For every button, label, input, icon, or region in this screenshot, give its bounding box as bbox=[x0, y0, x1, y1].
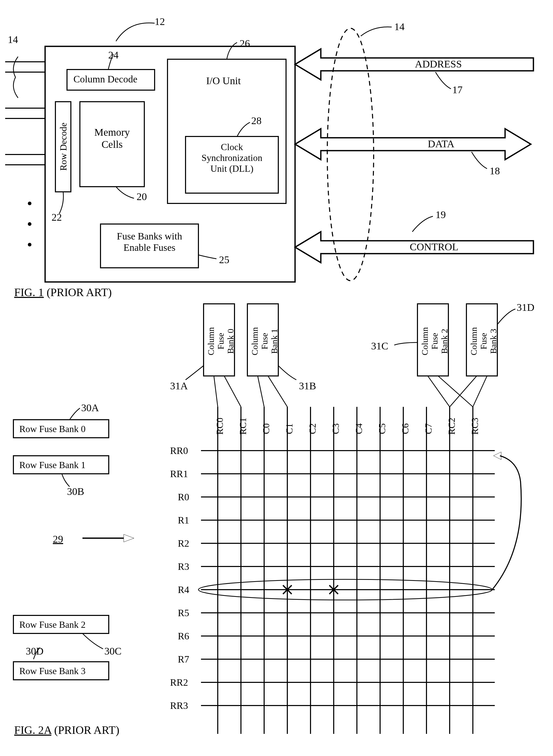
col-label-RC0: RC0 bbox=[214, 412, 225, 440]
col-label-C2: C2 bbox=[307, 417, 318, 440]
ref-29: 29 bbox=[53, 533, 63, 545]
col-label-C0: C0 bbox=[261, 417, 271, 440]
ref-25: 25 bbox=[219, 254, 229, 266]
ref-12: 12 bbox=[155, 15, 165, 27]
svg-point-16 bbox=[327, 28, 374, 281]
svg-point-7 bbox=[28, 202, 31, 205]
ref-26: 26 bbox=[240, 37, 250, 50]
fig2a-title-underline: FIG. 2A bbox=[14, 724, 51, 736]
col-label-C3: C3 bbox=[330, 417, 341, 440]
svg-line-31 bbox=[428, 376, 450, 407]
ref-30B: 30B bbox=[67, 485, 84, 497]
ref-31C: 31C bbox=[371, 340, 388, 352]
svg-line-27 bbox=[214, 376, 218, 407]
col-label-RC2: RC2 bbox=[446, 412, 457, 440]
col-label-C1: C1 bbox=[284, 417, 295, 440]
ref-28: 28 bbox=[251, 115, 261, 127]
row-label-RR1: RR1 bbox=[170, 468, 188, 479]
row-label-RR0: RR0 bbox=[170, 445, 188, 456]
svg-point-9 bbox=[28, 243, 31, 247]
ref-14-left: 14 bbox=[8, 33, 18, 45]
svg-point-8 bbox=[28, 222, 31, 226]
col-label-RC3: RC3 bbox=[470, 412, 480, 440]
memory-cells-label: Memory Cells bbox=[90, 126, 134, 151]
svg-marker-26 bbox=[124, 534, 134, 542]
row-label-R3: R3 bbox=[178, 561, 189, 572]
address-label: ADDRESS bbox=[415, 58, 462, 70]
row-label-R7: R7 bbox=[178, 654, 189, 665]
ref-30C: 30C bbox=[104, 645, 122, 657]
ref-31D: 31D bbox=[517, 301, 535, 313]
col-fuse-bank-0: Column Fuse Bank 0 bbox=[206, 308, 232, 375]
row-fuse-bank-3: Row Fuse Bank 3 bbox=[19, 666, 86, 676]
ref-14-right: 14 bbox=[394, 21, 405, 33]
ref-31A: 31A bbox=[170, 380, 188, 392]
ref-22: 22 bbox=[52, 211, 62, 223]
col-label-C4: C4 bbox=[353, 417, 365, 440]
row-fuse-bank-2: Row Fuse Bank 2 bbox=[19, 619, 86, 630]
ref-24: 24 bbox=[108, 49, 118, 61]
fig2a-title-rest: (PRIOR ART) bbox=[51, 724, 119, 736]
ref-17: 17 bbox=[452, 84, 463, 96]
ref-31B: 31B bbox=[299, 380, 316, 392]
col-label-C6: C6 bbox=[400, 417, 411, 440]
ref-19: 19 bbox=[436, 209, 446, 221]
col-fuse-bank-1: Column Fuse Bank 1 bbox=[250, 308, 276, 375]
svg-line-34 bbox=[473, 376, 487, 407]
row-decode-label: Row Decode bbox=[58, 108, 69, 185]
col-label-C7: C7 bbox=[423, 417, 434, 440]
ref-18: 18 bbox=[490, 165, 500, 177]
row-label-R5: R5 bbox=[178, 607, 189, 619]
row-label-RR3: RR3 bbox=[170, 700, 188, 711]
io-unit-label: I/O Unit bbox=[206, 75, 241, 87]
ref-30D: 30D bbox=[26, 645, 44, 657]
row-label-R0: R0 bbox=[178, 491, 189, 503]
col-label-RC1: RC1 bbox=[238, 412, 248, 440]
column-decode-label: Column Decode bbox=[73, 73, 137, 85]
row-label-R4: R4 bbox=[178, 584, 189, 595]
col-label-C5: C5 bbox=[377, 417, 388, 440]
control-label: CONTROL bbox=[410, 241, 458, 253]
data-label: DATA bbox=[428, 138, 454, 150]
row-label-R6: R6 bbox=[178, 630, 189, 642]
fuse-banks-label: Fuse Banks with Enable Fuses bbox=[108, 230, 191, 253]
svg-line-33 bbox=[450, 376, 477, 407]
svg-line-30 bbox=[268, 376, 287, 407]
row-label-RR2: RR2 bbox=[170, 677, 188, 688]
row-fuse-bank-0: Row Fuse Bank 0 bbox=[19, 423, 86, 435]
ref-20: 20 bbox=[137, 191, 147, 203]
ref-30A: 30A bbox=[81, 402, 99, 414]
col-fuse-bank-3: Column Fuse Bank 3 bbox=[469, 308, 495, 375]
clock-sync-label: Clock Synchronization Unit (DLL) bbox=[191, 141, 273, 174]
svg-line-29 bbox=[258, 376, 264, 407]
svg-line-32 bbox=[438, 376, 473, 407]
row-fuse-bank-1: Row Fuse Bank 1 bbox=[19, 460, 86, 470]
fig2a-title: FIG. 2A (PRIOR ART) bbox=[14, 724, 119, 737]
row-label-R2: R2 bbox=[178, 538, 189, 549]
col-fuse-bank-2: Column Fuse Bank 2 bbox=[420, 308, 446, 375]
row-label-R1: R1 bbox=[178, 514, 189, 526]
svg-line-28 bbox=[224, 376, 241, 407]
